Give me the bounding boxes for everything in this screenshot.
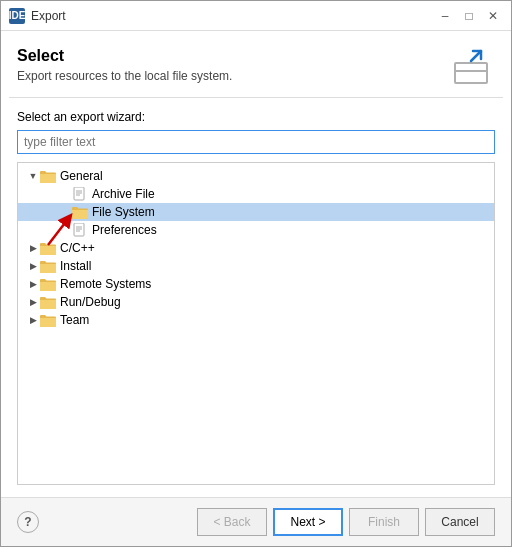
close-button[interactable]: ✕ (483, 6, 503, 26)
tree-label-install: Install (60, 259, 91, 273)
filter-input[interactable] (17, 130, 495, 154)
back-button[interactable]: < Back (197, 508, 267, 536)
folder-icon-cpp (40, 241, 56, 255)
next-button[interactable]: Next > (273, 508, 343, 536)
filter-label: Select an export wizard: (17, 110, 495, 124)
tree-item-run-debug[interactable]: ▶ Run/Debug (18, 293, 494, 311)
chevron-run-debug: ▶ (26, 295, 40, 309)
tree-item-archive-file[interactable]: ▶ Archive File (18, 185, 494, 203)
doc-icon-preferences (72, 223, 88, 237)
tree-item-team[interactable]: ▶ Team (18, 311, 494, 329)
tree-item-file-system[interactable]: ▶ File System (18, 203, 494, 221)
folder-icon-remote (40, 277, 56, 291)
chevron-install: ▶ (26, 259, 40, 273)
export-dialog: IDE Export – □ ✕ Select Export resources… (0, 0, 512, 547)
app-icon: IDE (9, 8, 25, 24)
tree-label-run-debug: Run/Debug (60, 295, 121, 309)
tree-item-general[interactable]: ▼ General (18, 167, 494, 185)
chevron-cpp: ▶ (26, 241, 40, 255)
svg-line-2 (471, 51, 481, 61)
tree-label-preferences: Preferences (92, 223, 157, 237)
tree-label-cpp: C/C++ (60, 241, 95, 255)
header-text: Select Export resources to the local fil… (17, 47, 232, 83)
maximize-button[interactable]: □ (459, 6, 479, 26)
tree-item-preferences[interactable]: ▶ Preferences (18, 221, 494, 239)
folder-icon-general (40, 169, 56, 183)
window-controls: – □ ✕ (435, 6, 503, 26)
titlebar: IDE Export – □ ✕ (1, 1, 511, 31)
cancel-button[interactable]: Cancel (425, 508, 495, 536)
dialog-subtitle: Export resources to the local file syste… (17, 69, 232, 83)
finish-button[interactable]: Finish (349, 508, 419, 536)
tree-item-install[interactable]: ▶ Install (18, 257, 494, 275)
folder-icon-install (40, 259, 56, 273)
header-export-icon (447, 47, 495, 87)
tree-item-remote-systems[interactable]: ▶ Remote Systems (18, 275, 494, 293)
tree-label-remote-systems: Remote Systems (60, 277, 151, 291)
tree-label-archive-file: Archive File (92, 187, 155, 201)
tree-label-team: Team (60, 313, 89, 327)
dialog-header: Select Export resources to the local fil… (1, 31, 511, 97)
dialog-content: Select an export wizard: ▼ General ▶ (1, 98, 511, 497)
folder-icon-run-debug (40, 295, 56, 309)
chevron-remote: ▶ (26, 277, 40, 291)
svg-rect-0 (455, 63, 487, 83)
folder-icon-team (40, 313, 56, 327)
folder-icon-file-system (72, 205, 88, 219)
chevron-general: ▼ (26, 169, 40, 183)
dialog-footer: ? < Back Next > Finish Cancel (1, 498, 511, 546)
tree-label-general: General (60, 169, 103, 183)
minimize-button[interactable]: – (435, 6, 455, 26)
window-title: Export (31, 9, 429, 23)
footer-buttons: < Back Next > Finish Cancel (197, 508, 495, 536)
chevron-team: ▶ (26, 313, 40, 327)
help-button[interactable]: ? (17, 511, 39, 533)
tree-item-cpp[interactable]: ▶ C/C++ (18, 239, 494, 257)
doc-icon-archive (72, 187, 88, 201)
tree-label-file-system: File System (92, 205, 155, 219)
dialog-heading: Select (17, 47, 232, 65)
wizard-tree[interactable]: ▼ General ▶ (17, 162, 495, 485)
